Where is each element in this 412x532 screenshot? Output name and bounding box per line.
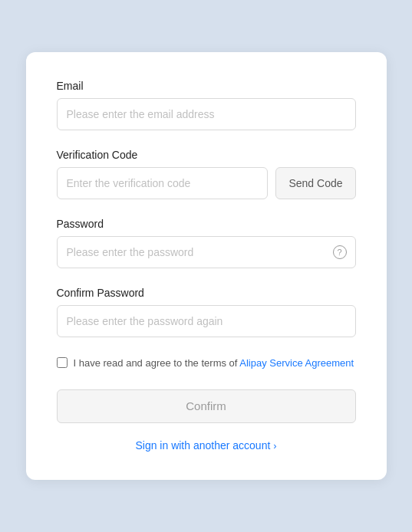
terms-row: I have read and agree to the terms of Al…	[57, 356, 356, 371]
send-code-button[interactable]: Send Code	[275, 167, 355, 199]
password-input[interactable]	[57, 236, 356, 268]
password-field-group: Password ?	[57, 218, 356, 268]
verification-row: Send Code	[57, 167, 356, 199]
verification-label: Verification Code	[57, 149, 356, 161]
confirm-password-field-group: Confirm Password	[57, 287, 356, 337]
sign-in-link-row: Sign in with another account ›	[57, 438, 356, 452]
chevron-icon: ›	[273, 440, 276, 452]
terms-checkbox[interactable]	[57, 357, 68, 368]
password-help-icon[interactable]: ?	[333, 245, 347, 259]
verification-field-group: Verification Code Send Code	[57, 149, 356, 199]
confirm-button[interactable]: Confirm	[57, 389, 356, 423]
confirm-password-label: Confirm Password	[57, 287, 356, 299]
email-field-group: Email	[57, 80, 356, 130]
sign-in-link[interactable]: Sign in with another account ›	[135, 439, 276, 452]
email-label: Email	[57, 80, 356, 92]
password-label: Password	[57, 218, 356, 230]
registration-card: Email Verification Code Send Code Passwo…	[26, 52, 387, 480]
terms-link[interactable]: Alipay Service Agreement	[239, 357, 354, 369]
email-input[interactable]	[57, 98, 356, 130]
password-wrapper: ?	[57, 236, 356, 268]
confirm-password-input[interactable]	[57, 305, 356, 337]
verification-input[interactable]	[57, 167, 269, 199]
terms-text: I have read and agree to the terms of Al…	[74, 356, 354, 371]
